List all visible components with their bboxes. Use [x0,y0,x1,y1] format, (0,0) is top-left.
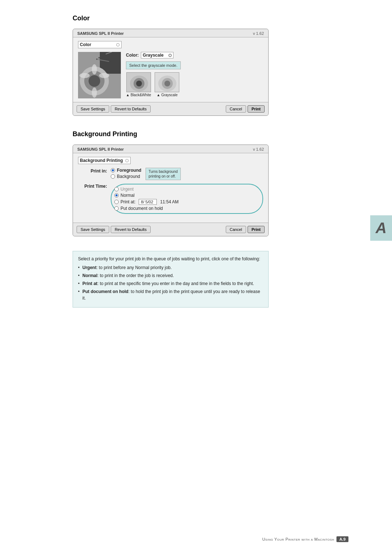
page-footer: Using Your Printer with a Macintosh A.9 [262,536,348,542]
color-revert-button[interactable]: Revert to Defaults [111,105,151,113]
urgent-def: : to print before any Normal priority jo… [97,265,172,270]
list-item-print-at: Print at: to print at the specific time … [78,280,263,287]
color-dropdown[interactable]: Color ⬡ [78,41,122,48]
bgprint-heading: Background Printing [73,130,334,138]
bgprint-dialog: SAMSUNG SPL II Printer v 1.62 Background… [73,145,269,236]
print-at-radio[interactable] [114,200,119,204]
svg-point-11 [96,58,98,60]
background-option: Background [111,174,141,179]
svg-point-16 [136,81,142,86]
foreground-label: Foreground [117,168,141,173]
color-options-panel: Color: Grayscale ⬡ Select the grayscale … [126,52,263,97]
background-radio[interactable] [111,174,115,179]
print-in-row: Print in: Foreground Background [78,168,263,180]
color-field-label: Color: [126,53,139,58]
gray-label: ▲ Grayscale [157,93,178,97]
list-item-hold: Put document on hold: to hold the print … [78,288,263,301]
bgprint-dialog-title: SAMSUNG SPL II Printer [77,147,124,151]
normal-label: Normal [121,193,135,198]
color-dialog-version: v 1.62 [253,31,264,36]
hold-radio[interactable] [114,206,119,211]
list-item-normal: Normal: to print in the order the job is… [78,272,263,279]
print-at-label: Print at: [121,199,135,204]
print-in-options: Foreground Background [111,168,141,179]
bgprint-section: Background Printing SAMSUNG SPL II Print… [73,130,334,308]
bgprint-save-button[interactable]: Save Settings [77,226,109,233]
print-time-options: Urgent Normal Print at: 8/ 5/02 [111,182,263,215]
color-dropdown-row: Color ⬡ [78,41,263,48]
bgprint-dropdown-row: Background Printing ⬡ [78,157,263,164]
bgprint-cancel-button[interactable]: Cancel [226,226,246,233]
color-dialog-title: SAMSUNG SPL II Printer [77,31,124,36]
description-intro: Select a priority for your print job in … [78,256,263,262]
bgprint-dialog-body: Background Printing ⬡ Print in: Foregrou… [73,153,268,223]
svg-point-20 [164,81,170,86]
print-at-date[interactable]: 8/ 5/02 [139,199,157,205]
bgprint-dialog-titlebar: SAMSUNG SPL II Printer v 1.62 [73,145,268,153]
normal-radio[interactable] [114,193,119,198]
description-section: Select a priority for your print job in … [73,251,269,308]
svg-point-7 [92,88,97,98]
urgent-label: Urgent [121,187,134,192]
gray-option: ▲ Grayscale [155,72,179,97]
color-save-button[interactable]: Save Settings [77,105,109,113]
grayscale-dropdown[interactable]: Grayscale ⬡ [141,52,173,58]
urgent-term: Urgent [82,265,97,270]
turns-tooltip-line2: printing on or off. [148,174,176,178]
normal-term: Normal [82,273,97,278]
turns-tooltip-line1: Turns background [148,170,177,174]
hold-label: Put document on hold [121,206,163,211]
hold-term: Put document on hold [82,289,128,294]
print-in-label: Print in: [78,168,107,174]
color-dialog-titlebar: SAMSUNG SPL II Printer v 1.62 [73,29,268,37]
bw-thumbnail [126,72,151,92]
grayscale-value: Grayscale [143,53,168,58]
grayscale-arrow: ⬡ [168,53,172,57]
bgprint-dialog-footer: Save Settings Revert to Defaults Cancel … [73,223,268,236]
bgprint-dropdown-arrows: ⬡ [125,158,129,163]
background-label: Background [117,174,140,179]
sidebar-letter: A [370,215,392,241]
print-at-def: : to print at the specific time you ente… [97,281,254,286]
footer-text: Using Your Printer with a Macintosh [262,537,334,541]
bgprint-footer-left: Save Settings Revert to Defaults [77,226,224,233]
color-footer-left: Save Settings Revert to Defaults [77,105,224,113]
grayscale-tooltip: Select the grayscale mode. [126,61,181,69]
color-section: Color SAMSUNG SPL II Printer v 1.62 Colo… [73,15,334,116]
color-dialog-body: Color ⬡ [73,37,268,102]
svg-point-5 [92,64,97,74]
turns-tooltip: Turns background printing on or off. [146,168,180,180]
gray-thumbnail [155,72,179,92]
print-time-row: Print Time: Urgent Normal [78,182,263,215]
svg-point-6 [99,73,109,78]
color-dropdown-arrows: ⬡ [116,42,120,47]
foreground-radio[interactable] [111,168,115,172]
normal-option: Normal [114,193,260,198]
print-at-time: 11:54 AM [160,199,179,204]
bgprint-dropdown[interactable]: Background Printing ⬡ [78,157,131,164]
print-in-options-wrapper: Foreground Background Turns background p… [111,168,181,180]
print-at-term: Print at [82,281,97,286]
color-dialog-inner: Color: Grayscale ⬡ Select the grayscale … [78,52,263,98]
urgent-radio[interactable] [114,187,119,191]
svg-point-12 [98,57,100,58]
print-time-label: Print Time: [78,182,107,189]
print-at-option: Print at: 8/ 5/02 11:54 AM [114,199,260,205]
bgprint-dropdown-label: Background Printing [80,158,123,163]
urgent-option: Urgent [114,187,260,192]
description-list: Urgent: to print before any Normal prior… [78,264,263,301]
color-print-button[interactable]: Print [248,105,265,113]
foreground-option: Foreground [111,168,141,173]
color-cancel-button[interactable]: Cancel [226,105,246,113]
color-option-row: Color: Grayscale ⬡ [126,52,263,58]
grayscale-tooltip-wrapper: Select the grayscale mode. [126,61,263,72]
grayscale-options: ▲ Black&White [126,72,263,97]
list-item-urgent: Urgent: to print before any Normal prior… [78,264,263,271]
bw-label: ▲ Black&White [126,93,151,97]
bgprint-print-button[interactable]: Print [248,226,265,233]
bgprint-revert-button[interactable]: Revert to Defaults [111,226,151,233]
color-dropdown-label: Color [80,42,114,47]
print-time-highlight: Urgent Normal Print at: 8/ 5/02 [111,184,263,214]
hold-option: Put document on hold [114,206,260,211]
color-preview-image [78,52,121,98]
